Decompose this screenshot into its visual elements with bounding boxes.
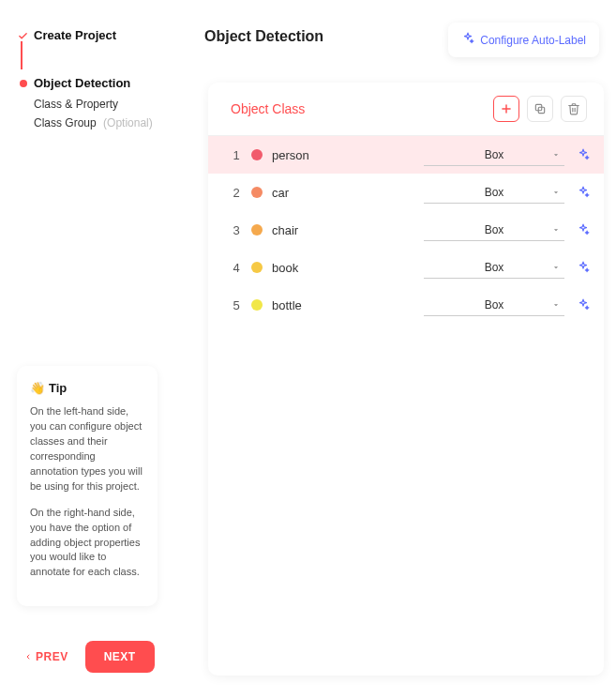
autolabel-label: Configure Auto-Label [480,34,586,47]
class-name: car [272,186,414,200]
class-name: chair [272,223,414,237]
class-color-dot [251,299,263,311]
add-class-button[interactable] [493,96,519,122]
class-index: 2 [231,186,242,200]
class-name: book [272,261,414,275]
annotation-type-select[interactable]: Box [424,219,564,241]
class-name: person [272,148,414,162]
prev-button[interactable]: PREV [24,650,68,663]
tip-heading: 👋 Tip [30,381,144,395]
caret-down-icon [551,149,561,162]
class-color-dot [251,224,263,236]
caret-down-icon [551,299,561,312]
class-name: bottle [272,298,414,312]
class-index: 4 [231,261,242,275]
class-row[interactable]: 3 chair Box [208,211,604,249]
optional-tag: (Optional) [103,116,153,129]
step-label: Create Project [34,28,116,42]
delete-class-button[interactable] [561,96,587,122]
step-create-project[interactable]: Create Project [17,28,176,42]
tip-card: 👋 Tip On the left-hand side, you can con… [17,366,158,606]
class-color-dot [251,187,263,198]
next-label: NEXT [104,650,136,663]
prev-label: PREV [36,650,68,663]
autolabel-row-button[interactable] [574,183,593,202]
class-row[interactable]: 5 bottle Box [208,286,604,324]
class-color-dot [251,149,263,160]
annotation-type-select[interactable]: Box [424,294,564,316]
class-index: 1 [231,148,242,162]
annotation-type-select[interactable]: Box [424,181,564,204]
tip-heading-text: Tip [49,381,67,395]
autolabel-row-button[interactable] [574,145,593,164]
tip-paragraph-1: On the left-hand side, you can configure… [30,404,144,494]
annotation-type-value: Box [485,298,504,312]
configure-autolabel-button[interactable]: Configure Auto-Label [448,23,599,57]
autolabel-row-button[interactable] [574,220,593,239]
class-row[interactable]: 2 car Box [208,174,604,211]
caret-down-icon [551,224,561,237]
autolabel-row-button[interactable] [574,258,593,277]
annotation-type-value: Box [485,261,504,274]
class-color-dot [251,262,263,273]
annotation-type-value: Box [485,186,504,199]
class-list: 1 person Box 2 car Box 3 chair Box [208,136,604,324]
caret-down-icon [551,187,561,200]
check-icon [17,30,28,41]
class-index: 5 [231,298,242,312]
substep-label: Class & Property [34,98,118,111]
annotation-type-select[interactable]: Box [424,144,564,166]
autolabel-row-button[interactable] [574,296,593,314]
step-label: Object Detection [34,76,130,90]
timeline-connector [21,41,23,69]
sparkle-icon [461,32,474,48]
object-class-panel: Object Class 1 person Box 2 ca [208,83,604,676]
annotation-type-select[interactable]: Box [424,256,564,279]
copy-class-button[interactable] [527,96,553,122]
substep-class-property[interactable]: Class & Property [17,98,176,111]
caret-down-icon [551,262,561,275]
tip-paragraph-2: On the right-hand side, you have the opt… [30,506,144,581]
class-row[interactable]: 4 book Box [208,249,604,286]
annotation-type-value: Box [485,148,504,161]
substep-class-group[interactable]: Class Group (Optional) [17,116,176,129]
class-row[interactable]: 1 person Box [208,136,604,174]
wave-icon: 👋 [30,381,45,395]
panel-title: Object Class [231,101,305,116]
substep-label: Class Group [34,116,97,129]
dot-icon [17,78,28,89]
chevron-left-icon [24,650,32,663]
next-button[interactable]: NEXT [85,641,155,673]
step-object-detection[interactable]: Object Detection [17,76,176,90]
annotation-type-value: Box [485,223,504,236]
class-index: 3 [231,223,242,237]
page-title: Object Detection [204,28,323,45]
